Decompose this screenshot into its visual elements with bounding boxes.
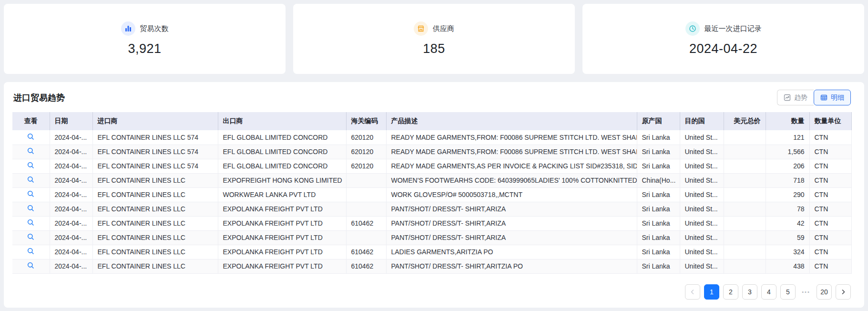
prev-page-button[interactable]: [685, 284, 700, 300]
stat-card-latest-import: 最近一次进口记录 2024-04-22: [582, 4, 864, 74]
hs-code-cell: 620120: [346, 145, 386, 159]
exporter-cell: EFL GLOBAL LIMITED CONCORD: [218, 159, 346, 173]
unit-cell: CTN: [809, 245, 851, 259]
origin-cell: Sri Lanka: [637, 130, 680, 145]
view-magnifier-icon[interactable]: [27, 190, 34, 199]
clock-icon: [685, 21, 700, 36]
importer-cell: EFL CONTAINER LINES LLC 574: [92, 130, 218, 145]
origin-cell: Sri Lanka: [637, 187, 680, 202]
unit-cell: CTN: [809, 187, 851, 202]
hs-code-cell: 610462: [346, 245, 386, 259]
view-magnifier-icon[interactable]: [27, 233, 34, 242]
view-magnifier-icon[interactable]: [27, 162, 34, 170]
detail-view-button[interactable]: 明细: [814, 90, 851, 105]
destination-cell: United St...: [680, 202, 724, 216]
destination-cell: United St...: [680, 230, 724, 245]
view-magnifier-icon[interactable]: [27, 133, 34, 142]
description-cell: READY MADE GARMENTS,FROM: F00086 SUPREME…: [386, 145, 637, 159]
page-button-2[interactable]: 2: [723, 284, 738, 300]
view-toggle-group: 趋势 明细: [777, 90, 851, 105]
unit-cell: CTN: [809, 159, 851, 173]
unit-cell: CTN: [809, 145, 851, 159]
table-row: 2024-04-... EFL CONTAINER LINES LLC EXPO…: [12, 202, 851, 216]
view-cell: [12, 230, 50, 245]
table-row: 2024-04-... EFL CONTAINER LINES LLC 574 …: [12, 159, 851, 173]
trade-records-table: 查看 日期 进口商 出口商 海关编码 产品描述 原产国 目的国 美元总价 数量 …: [12, 112, 852, 274]
header-usd-total: 美元总价: [724, 112, 766, 130]
table-row: 2024-04-... EFL CONTAINER LINES LLC EXPO…: [12, 245, 851, 259]
view-magnifier-icon[interactable]: [27, 262, 34, 270]
date-cell: 2024-04-...: [50, 216, 92, 230]
hs-code-cell: 620120: [346, 159, 386, 173]
quantity-cell: 290: [766, 187, 809, 202]
stat-label: 贸易次数: [140, 24, 169, 33]
detail-view-label: 明细: [831, 93, 844, 102]
view-magnifier-icon[interactable]: [27, 248, 34, 256]
page-button-5[interactable]: 5: [780, 284, 796, 300]
date-cell: 2024-04-...: [50, 130, 92, 145]
exporter-cell: EFL GLOBAL LIMITED CONCORD: [218, 145, 346, 159]
stat-value: 185: [423, 41, 445, 56]
header-importer: 进口商: [92, 112, 218, 130]
table-row: 2024-04-... EFL CONTAINER LINES LLC EXPO…: [12, 216, 851, 230]
hs-code-cell: 610462: [346, 259, 386, 273]
destination-cell: United St...: [680, 187, 724, 202]
supplier-icon: [414, 21, 428, 36]
next-page-button[interactable]: [836, 284, 851, 300]
pagination: 1 2 3 4 5 ••• 20: [12, 284, 851, 300]
view-cell: [12, 245, 50, 259]
exporter-cell: EXPOLANKA FREIGHT PVT LTD: [218, 230, 346, 245]
description-cell: PANT/SHOT/ DRESS/T- SHIRT,ARIZA: [386, 202, 637, 216]
origin-cell: Sri Lanka: [637, 159, 680, 173]
trend-view-button[interactable]: 趋势: [777, 90, 814, 105]
origin-cell: Sri Lanka: [637, 245, 680, 259]
trend-chart-icon: [784, 94, 791, 101]
view-cell: [12, 173, 50, 187]
importer-cell: EFL CONTAINER LINES LLC: [92, 187, 218, 202]
importer-cell: EFL CONTAINER LINES LLC: [92, 245, 218, 259]
date-cell: 2024-04-...: [50, 187, 92, 202]
table-row: 2024-04-... EFL CONTAINER LINES LLC 574 …: [12, 130, 851, 145]
stat-card-trade-count: 贸易次数 3,921: [4, 4, 286, 74]
header-hs-code: 海关编码: [346, 112, 386, 130]
description-cell: WORK GLOVESP/O# 5000503718,,MCTNT: [386, 187, 637, 202]
destination-cell: United St...: [680, 159, 724, 173]
description-cell: PANT/SHOT/ DRESS/T- SHIRT,ARITZIA PO: [386, 259, 637, 273]
quantity-cell: 1,566: [766, 145, 809, 159]
quantity-cell: 324: [766, 245, 809, 259]
view-magnifier-icon[interactable]: [27, 219, 34, 228]
table-grid-icon: [820, 94, 827, 101]
destination-cell: United St...: [680, 216, 724, 230]
page-button-3[interactable]: 3: [742, 284, 757, 300]
page-button-last[interactable]: 20: [817, 284, 832, 300]
usd-total-cell: [724, 145, 766, 159]
usd-total-cell: [724, 187, 766, 202]
quantity-cell: 121: [766, 130, 809, 145]
origin-cell: Sri Lanka: [637, 230, 680, 245]
stat-label: 最近一次进口记录: [705, 24, 762, 33]
page-jump-ellipsis[interactable]: •••: [799, 289, 813, 295]
view-magnifier-icon[interactable]: [27, 147, 34, 156]
destination-cell: United St...: [680, 259, 724, 273]
usd-total-cell: [724, 202, 766, 216]
page-button-4[interactable]: 4: [761, 284, 776, 300]
importer-cell: EFL CONTAINER LINES LLC: [92, 202, 218, 216]
importer-cell: EFL CONTAINER LINES LLC: [92, 230, 218, 245]
description-cell: PANT/SHOT/ DRESS/T- SHIRT,ARIZA: [386, 216, 637, 230]
date-cell: 2024-04-...: [50, 145, 92, 159]
view-magnifier-icon[interactable]: [27, 205, 34, 213]
view-cell: [12, 159, 50, 173]
view-magnifier-icon[interactable]: [27, 176, 34, 185]
header-destination: 目的国: [680, 112, 724, 130]
destination-cell: United St...: [680, 130, 724, 145]
unit-cell: CTN: [809, 259, 851, 273]
page-button-1[interactable]: 1: [704, 284, 719, 300]
table-row: 2024-04-... EFL CONTAINER LINES LLC EXPO…: [12, 259, 851, 273]
table-row: 2024-04-... EFL CONTAINER LINES LLC EXPO…: [12, 230, 851, 245]
table-row: 2024-04-... EFL CONTAINER LINES LLC EXPO…: [12, 173, 851, 187]
origin-cell: Sri Lanka: [637, 202, 680, 216]
exporter-cell: EXPOLANKA FREIGHT PVT LTD: [218, 259, 346, 273]
table-row: 2024-04-... EFL CONTAINER LINES LLC 574 …: [12, 145, 851, 159]
origin-cell: Sri Lanka: [637, 259, 680, 273]
unit-cell: CTN: [809, 230, 851, 245]
